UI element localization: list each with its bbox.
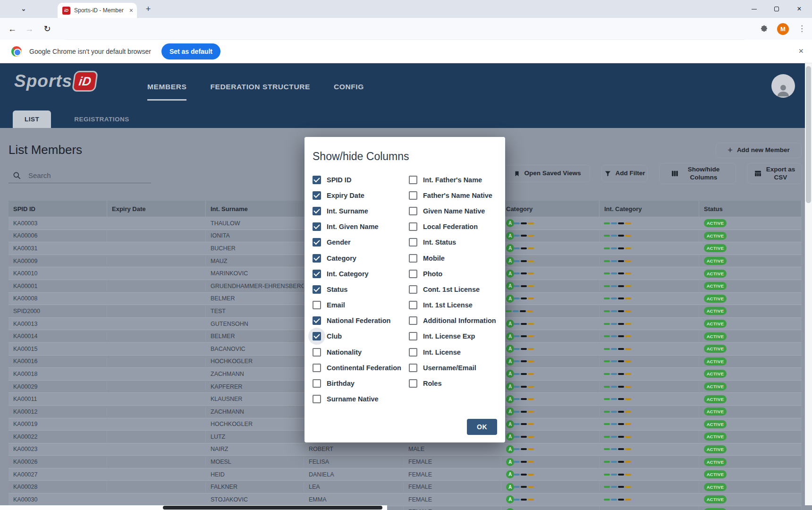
table-row[interactable]: KA00023NAIRZROBERTMALEAACTIVE (8, 443, 802, 456)
horizontal-scrollbar[interactable] (0, 505, 387, 510)
column-toggle-surname-native[interactable]: Surname Native (313, 391, 401, 407)
checkbox-unchecked-mobile[interactable] (409, 254, 417, 263)
table-row[interactable]: KA00028FALKNERLEAFEMALEAACTIVE (8, 481, 802, 493)
column-toggle-int-category[interactable]: Int. Category (313, 266, 401, 281)
checkbox-unchecked-surname-native[interactable] (313, 395, 321, 403)
column-toggle-father-s-name-native[interactable]: Father's Name Native (409, 187, 496, 203)
checkbox-unchecked-continental-federation[interactable] (313, 364, 321, 372)
checkbox-checked-expiry-date[interactable] (313, 191, 321, 200)
checkbox-unchecked-int-father-s-name[interactable] (409, 176, 417, 184)
user-avatar[interactable] (771, 74, 795, 98)
checkbox-checked-int-surname[interactable] (313, 207, 321, 215)
column-toggle-category[interactable]: Category (313, 250, 401, 266)
column-header-expiry-date[interactable]: Expiry Date (107, 201, 206, 217)
column-header-status[interactable]: Status (699, 201, 802, 217)
checkbox-unchecked-additional-information[interactable] (409, 316, 417, 325)
add-filter-button[interactable]: Add Filter (601, 165, 648, 182)
browser-tab[interactable]: iD Sports-iD - Member Administra × (58, 3, 137, 18)
set-as-default-button[interactable]: Set as default (161, 43, 220, 60)
window-minimize-button[interactable] (748, 3, 760, 15)
nav-item-members[interactable]: MEMBERS (147, 80, 186, 94)
open-saved-views-button[interactable]: Open Saved Views (504, 165, 590, 182)
search-input[interactable] (28, 171, 137, 179)
sports-id-logo[interactable]: Sports iD (14, 71, 97, 92)
column-toggle-status[interactable]: Status (313, 281, 401, 297)
column-toggle-int-license-exp[interactable]: Int. License Exp (409, 329, 496, 344)
column-toggle-spid-id[interactable]: SPID ID (313, 172, 401, 187)
back-button[interactable]: ← (7, 23, 18, 34)
vertical-scrollbar-thumb[interactable] (806, 66, 811, 203)
checkbox-unchecked-email[interactable] (313, 301, 321, 309)
window-close-button[interactable]: × (793, 3, 805, 15)
column-toggle-national-federation[interactable]: National Federation (313, 313, 401, 329)
checkbox-unchecked-birthday[interactable] (313, 379, 321, 388)
browser-profile-avatar[interactable]: M (777, 23, 789, 35)
tab-registrations[interactable]: REGISTRATIONS (62, 110, 141, 128)
checkbox-unchecked-photo[interactable] (409, 270, 417, 278)
checkbox-unchecked-cont-1st-license[interactable] (409, 285, 417, 294)
checkbox-checked-club[interactable] (313, 332, 321, 340)
show-hide-columns-button[interactable]: Show/hide Columns (659, 163, 736, 184)
column-header-spid-id[interactable]: SPID ID (8, 201, 107, 217)
checkbox-unchecked-roles[interactable] (409, 379, 417, 388)
export-csv-button[interactable]: Export as CSV (747, 163, 802, 184)
column-toggle-cont-1st-license[interactable]: Cont. 1st License (409, 281, 496, 297)
checkbox-unchecked-given-name-native[interactable] (409, 207, 417, 215)
column-toggle-roles[interactable]: Roles (409, 375, 496, 391)
checkbox-checked-category[interactable] (313, 254, 321, 263)
checkbox-unchecked-int-1st-license[interactable] (409, 301, 417, 309)
ok-button[interactable]: OK (467, 419, 497, 435)
checkbox-unchecked-int-license-exp[interactable] (409, 332, 417, 340)
checkbox-unchecked-father-s-name-native[interactable] (409, 191, 417, 200)
column-toggle-additional-information[interactable]: Additional Information (409, 313, 496, 329)
column-toggle-email[interactable]: Email (313, 298, 401, 313)
column-header-category[interactable]: Category (501, 201, 600, 217)
banner-close-icon[interactable]: × (798, 46, 804, 56)
column-toggle-birthday[interactable]: Birthday (313, 375, 401, 391)
checkbox-checked-spid-id[interactable] (313, 176, 321, 184)
checkbox-unchecked-nationality[interactable] (313, 348, 321, 357)
reload-button[interactable]: ↻ (42, 23, 53, 34)
checkbox-checked-int-given-name[interactable] (313, 222, 321, 231)
column-toggle-gender[interactable]: Gender (313, 235, 401, 250)
checkbox-checked-gender[interactable] (313, 238, 321, 246)
column-toggle-int-status[interactable]: Int. Status (409, 235, 496, 250)
nav-item-config[interactable]: CONFIG (334, 80, 364, 94)
checkbox-unchecked-username-email[interactable] (409, 364, 417, 372)
checkbox-unchecked-int-license[interactable] (409, 348, 417, 357)
add-new-member-button[interactable]: + Add new Member (716, 143, 802, 158)
checkbox-unchecked-local-federation[interactable] (409, 222, 417, 231)
browser-menu-icon[interactable]: ⋮ (798, 23, 806, 34)
tab-close-icon[interactable]: × (129, 7, 133, 14)
tab-search-chevron-icon[interactable]: ⌄ (18, 4, 29, 15)
new-tab-button[interactable]: + (143, 4, 154, 15)
horizontal-scrollbar-thumb[interactable] (163, 506, 382, 510)
checkbox-checked-status[interactable] (313, 285, 321, 294)
column-toggle-expiry-date[interactable]: Expiry Date (313, 187, 401, 203)
column-toggle-given-name-native[interactable]: Given Name Native (409, 203, 496, 219)
nav-item-federation-structure[interactable]: FEDERATION STRUCTURE (210, 80, 310, 94)
column-header-int-surname[interactable]: Int. Surname (206, 201, 304, 217)
table-row[interactable]: KA00026MOESLFELISAFEMALEAACTIVE (8, 456, 802, 468)
table-row[interactable]: KA00027HEIDDANIELAFEMALEAACTIVE (8, 468, 802, 481)
column-toggle-int-father-s-name[interactable]: Int. Father's Name (409, 172, 496, 187)
column-toggle-mobile[interactable]: Mobile (409, 250, 496, 266)
column-toggle-username-email[interactable]: Username/Email (409, 360, 496, 375)
window-maximize-button[interactable] (770, 3, 783, 15)
column-header-int-category[interactable]: Int. Category (600, 201, 699, 217)
column-toggle-int-surname[interactable]: Int. Surname (313, 203, 401, 219)
extensions-puzzle-icon[interactable] (760, 25, 768, 33)
column-toggle-club[interactable]: Club (313, 329, 401, 344)
checkbox-unchecked-int-status[interactable] (409, 238, 417, 246)
column-toggle-int-1st-license[interactable]: Int. 1st License (409, 298, 496, 313)
vertical-scrollbar[interactable] (805, 63, 812, 505)
checkbox-checked-int-category[interactable] (313, 270, 321, 278)
column-toggle-local-federation[interactable]: Local Federation (409, 219, 496, 235)
column-toggle-int-license[interactable]: Int. License (409, 344, 496, 360)
column-toggle-nationality[interactable]: Nationality (313, 344, 401, 360)
column-toggle-int-given-name[interactable]: Int. Given Name (313, 219, 401, 235)
table-row[interactable]: KA00030STOJAKOVICEMMAFEMALEAACTIVE (8, 493, 802, 506)
column-toggle-continental-federation[interactable]: Continental Federation (313, 360, 401, 375)
column-toggle-photo[interactable]: Photo (409, 266, 496, 281)
checkbox-checked-national-federation[interactable] (313, 316, 321, 325)
